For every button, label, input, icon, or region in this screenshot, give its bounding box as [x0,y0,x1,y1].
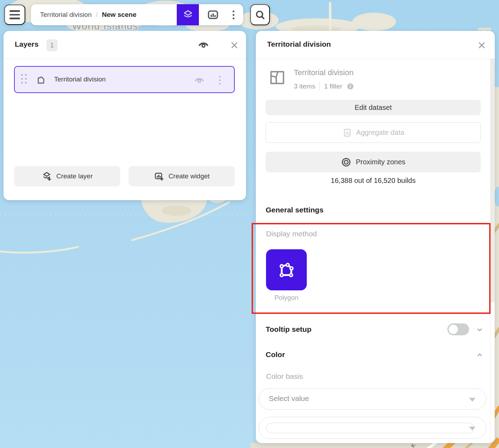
map-bridge-line [329,2,331,32]
color-section-heading: Color [266,350,285,359]
info-icon[interactable] [346,83,354,90]
layer-menu-button[interactable] [214,74,226,86]
layers-panel-close-button[interactable] [228,39,240,51]
layer-name: Territorial division [54,75,106,83]
dataset-filters-count: 1 filter [324,83,342,90]
main-menu-button[interactable] [4,5,25,25]
eye-icon [194,76,205,84]
create-layer-icon [41,171,52,182]
breadcrumb-separator: / [96,11,98,19]
proximity-zones-label: Proximity zones [356,158,405,166]
tooltip-section-expand-button[interactable] [474,324,485,335]
search-icon [254,9,266,20]
create-widget-icon [154,171,164,182]
close-icon [478,41,486,50]
chevron-up-icon [475,351,484,359]
dataset-items-count: 3 items [294,83,315,90]
breadcrumb-scene[interactable]: New scene [102,11,136,19]
layers-panel-header: Layers 1 [4,31,246,59]
polygon-icon [35,74,47,86]
tooltip-toggle[interactable] [447,323,469,335]
color-basis-label: Color basis [266,372,303,381]
settings-scrollbar-thumb[interactable] [491,302,494,442]
dataset-meta: 3 items 1 filter [294,82,354,91]
tooltip-setup-heading: Tooltip setup [266,325,311,334]
widgets-mode-button[interactable] [203,4,223,25]
edit-dataset-label: Edit dataset [355,104,392,112]
color-ramp-preview [266,423,474,433]
layer-settings-panel: Territorial division Territorial divisio… [256,31,495,443]
layers-mode-button[interactable] [177,4,199,25]
layer-visibility-toggle-button[interactable] [193,74,205,86]
layers-icon [182,9,194,21]
aggregate-data-button[interactable]: Aggregate data [266,122,481,143]
dropdown-arrow-icon [469,398,475,402]
scene-toolbar: Territorial division / New scene [31,4,243,25]
breadcrumb-project[interactable]: Territorial division [40,11,92,19]
chevron-down-icon [475,325,484,334]
layer-row-territorial-division[interactable]: Territorial division [14,66,235,93]
color-ramp-select[interactable] [259,417,486,439]
target-icon [341,157,351,167]
toolbar-menu-button[interactable] [225,4,242,25]
layers-visibility-toggle-button[interactable] [197,39,209,51]
display-method-selected-label: Polygon [266,294,307,302]
dropdown-arrow-icon [469,427,475,430]
search-button[interactable] [250,4,270,25]
kebab-icon [233,11,234,19]
settings-panel-header: Territorial division [256,31,495,59]
settings-panel-title: Territorial division [267,40,331,48]
document-grid-icon [342,128,352,138]
create-widget-button[interactable]: Create widget [129,166,235,186]
polygon-nodes-icon [276,260,297,280]
proximity-zones-button[interactable]: Proximity zones [266,152,481,172]
general-settings-heading: General settings [266,206,324,214]
layers-panel: Layers 1 Territorial division [4,31,246,200]
display-method-polygon-tile[interactable] [266,249,307,290]
color-basis-select-placeholder: Select value [269,394,309,403]
settings-scrollbar-track [490,59,495,443]
toggle-knob [449,325,458,334]
color-basis-select[interactable]: Select value [259,388,486,410]
edit-dataset-button[interactable]: Edit dataset [266,100,481,115]
close-icon [230,41,239,50]
dataset-map-icon [268,69,286,86]
create-layer-label: Create layer [56,172,93,180]
hamburger-icon [9,10,20,12]
aggregate-data-label: Aggregate data [356,129,404,137]
create-layer-button[interactable]: Create layer [14,166,120,186]
chart-icon [207,8,219,21]
display-method-label: Display method [266,230,317,238]
meta-separator [319,82,320,91]
kebab-icon [219,76,221,85]
settings-panel-close-button[interactable] [476,39,488,51]
color-section-collapse-button[interactable] [474,350,485,360]
dataset-name: Territorial division [294,68,354,77]
layers-panel-title: Layers [15,40,39,48]
eye-icon [198,40,209,49]
drag-handle-icon[interactable] [21,74,27,84]
builds-status: 16,388 out of 16,520 builds [256,177,491,185]
layers-count-badge: 1 [46,39,58,51]
create-widget-label: Create widget [168,172,209,180]
